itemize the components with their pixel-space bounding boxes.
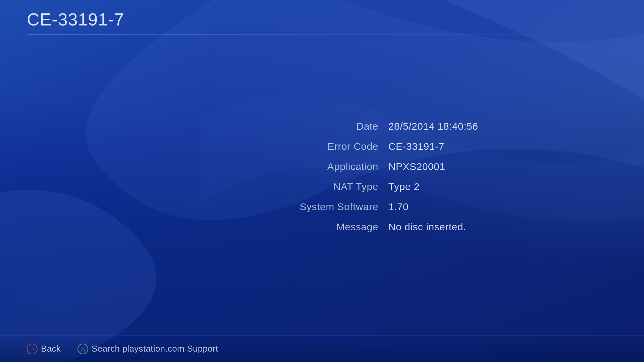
back-icon: ○ — [27, 344, 38, 354]
info-row: NAT TypeType 2 — [294, 181, 478, 192]
search-icon: △ — [77, 344, 88, 354]
info-label-system-software: System Software — [294, 201, 388, 213]
info-value-nat-type: Type 2 — [388, 181, 420, 192]
info-value-system-software: 1.70 — [388, 201, 409, 213]
info-value-date: 28/5/2014 18:40:56 — [388, 121, 478, 132]
header-divider — [27, 34, 617, 35]
info-label-nat-type: NAT Type — [294, 181, 388, 192]
info-row: System Software1.70 — [294, 201, 478, 213]
info-label-application: Application — [294, 161, 388, 172]
search-label: Search playstation.com Support — [92, 344, 218, 354]
back-button[interactable]: ○ Back — [27, 344, 61, 354]
back-label: Back — [41, 344, 61, 354]
page-title: CE-33191-7 — [27, 9, 617, 29]
info-label-date: Date — [294, 121, 388, 132]
info-row: Date28/5/2014 18:40:56 — [294, 121, 478, 132]
info-label-message: Message — [294, 221, 388, 233]
header: CE-33191-7 — [0, 0, 644, 41]
info-label-error-code: Error Code — [294, 141, 388, 152]
info-row: MessageNo disc inserted. — [294, 221, 478, 233]
info-container: Date28/5/2014 18:40:56Error CodeCE-33191… — [294, 121, 478, 241]
info-value-error-code: CE-33191-7 — [388, 141, 444, 152]
footer: ○ Back △ Search playstation.com Support — [0, 335, 644, 362]
search-button[interactable]: △ Search playstation.com Support — [77, 344, 218, 354]
info-row: ApplicationNPXS20001 — [294, 161, 478, 172]
info-row: Error CodeCE-33191-7 — [294, 141, 478, 152]
info-value-message: No disc inserted. — [388, 221, 466, 233]
info-value-application: NPXS20001 — [388, 161, 445, 172]
